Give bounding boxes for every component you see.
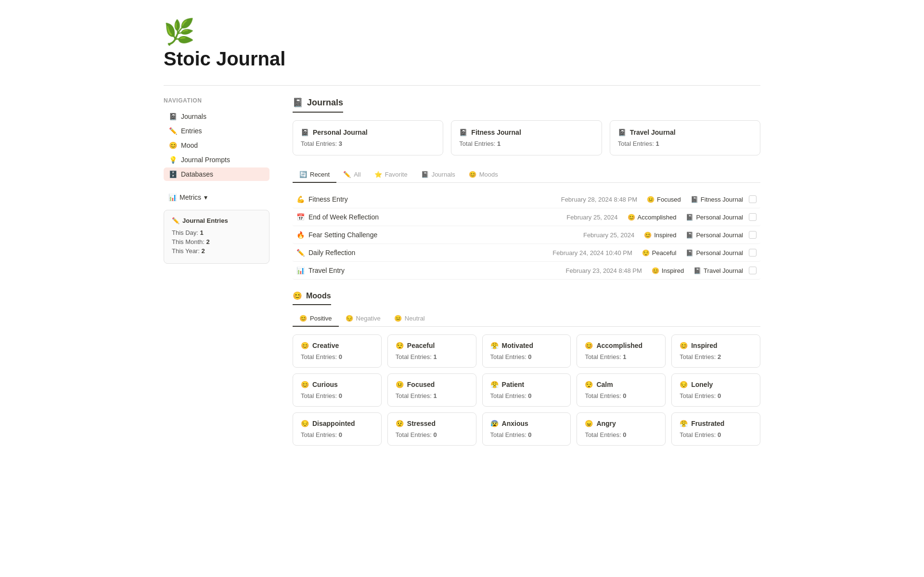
metrics-card-icon: ✏️: [172, 217, 180, 224]
entries-tab-label-recent: Recent: [310, 171, 330, 178]
entry-date-3: February 24, 2024 10:40 PM: [552, 249, 632, 256]
mood-card-6[interactable]: 😐 Focused Total Entries: 1: [387, 373, 476, 407]
mood-card-11[interactable]: 😟 Stressed Total Entries: 0: [387, 412, 476, 446]
journal-card-icon-0: 📓: [301, 128, 309, 136]
journal-card-meta-0: Total Entries: 3: [301, 140, 435, 147]
sidebar-item-mood[interactable]: 😊 Mood: [164, 139, 270, 152]
metrics-label: Metrics: [180, 193, 201, 201]
entry-row-1[interactable]: 📅 End of Week Reflection February 25, 20…: [293, 208, 760, 226]
entry-date-0: February 28, 2024 8:48 PM: [561, 196, 637, 203]
entry-icon-0: 💪: [296, 195, 305, 203]
entry-checkbox-3[interactable]: [749, 249, 757, 256]
mood-card-13[interactable]: 😠 Angry Total Entries: 0: [577, 412, 666, 446]
moods-tab-label-positive: Positive: [310, 315, 332, 322]
entry-date-2: February 25, 2024: [583, 231, 634, 239]
sidebar-item-journal-prompts[interactable]: 💡 Journal Prompts: [164, 153, 270, 167]
metrics-section: 📊 Metrics ▾ ✏️ Journal Entries This Day:…: [164, 191, 270, 264]
entry-checkbox-2[interactable]: [749, 231, 757, 239]
entry-journal-1: 📓 Personal Journal: [686, 214, 743, 221]
moods-tab-icon-positive: 😊: [299, 315, 307, 322]
mood-card-title-11: 😟 Stressed: [396, 420, 468, 427]
mood-card-icon-10: 😔: [301, 420, 309, 427]
entry-checkbox-4[interactable]: [749, 267, 757, 274]
sidebar-item-entries[interactable]: ✏️ Entries: [164, 124, 270, 138]
entry-name-3: Daily Reflection: [308, 249, 355, 256]
nav-icon-databases: 🗄️: [168, 170, 177, 178]
entries-tab-label-favorite: Favorite: [385, 171, 408, 178]
entry-row-0[interactable]: 💪 Fitness Entry February 28, 2024 8:48 P…: [293, 191, 760, 208]
mood-card-title-12: 😰 Anxious: [490, 420, 563, 427]
moods-grid: 😊 Creative Total Entries: 0 😌 Peaceful T…: [293, 334, 760, 446]
page-header: 🌿 Stoic Journal: [164, 19, 760, 70]
mood-card-icon-4: 😊: [680, 342, 688, 349]
mood-card-4[interactable]: 😊 Inspired Total Entries: 2: [671, 334, 760, 368]
mood-card-12[interactable]: 😰 Anxious Total Entries: 0: [482, 412, 571, 446]
entries-tab-moods[interactable]: 😊 Moods: [462, 167, 505, 183]
entries-tab-favorite[interactable]: ⭐ Favorite: [368, 167, 414, 183]
entry-journal-icon-0: 📓: [691, 196, 698, 203]
moods-tab-icon-neutral: 😐: [394, 315, 402, 322]
entry-icon-3: ✏️: [296, 249, 305, 256]
entries-tab-icon-favorite: ⭐: [374, 171, 382, 178]
mood-card-8[interactable]: 😌 Calm Total Entries: 0: [577, 373, 666, 407]
moods-tab-neutral[interactable]: 😐 Neutral: [387, 311, 432, 327]
journal-card-1[interactable]: 📓 Fitness Journal Total Entries: 1: [451, 120, 602, 155]
moods-tab-positive[interactable]: 😊 Positive: [293, 311, 339, 327]
mood-card-icon-5: 😊: [301, 381, 309, 388]
entry-journal-0: 📓 Fitness Journal: [691, 196, 743, 203]
metrics-icon: 📊: [168, 193, 177, 201]
mood-card-meta-4: Total Entries: 2: [680, 353, 752, 360]
mood-card-2[interactable]: 😤 Motivated Total Entries: 0: [482, 334, 571, 368]
entry-checkbox-0[interactable]: [749, 195, 757, 203]
mood-card-title-7: 😤 Patient: [490, 381, 563, 388]
mood-card-name-14: Frustrated: [691, 420, 724, 427]
entry-row-4[interactable]: 📊 Travel Entry February 23, 2024 8:48 PM…: [293, 262, 760, 280]
mood-card-meta-12: Total Entries: 0: [490, 431, 563, 438]
nav-items: 📓 Journals ✏️ Entries 😊 Mood 💡 Journal P…: [164, 110, 270, 181]
entry-checkbox-1[interactable]: [749, 213, 757, 221]
mood-card-3[interactable]: 😊 Accomplished Total Entries: 1: [577, 334, 666, 368]
mood-card-title-13: 😠 Angry: [585, 420, 657, 427]
journal-card-icon-1: 📓: [459, 128, 467, 136]
mood-card-title-9: 😔 Lonely: [680, 381, 752, 388]
metrics-header[interactable]: 📊 Metrics ▾: [164, 191, 270, 204]
entries-tab-icon-moods: 😊: [469, 171, 476, 178]
mood-card-10[interactable]: 😔 Disappointed Total Entries: 0: [293, 412, 382, 446]
entries-tab-journals[interactable]: 📓 Journals: [414, 167, 462, 183]
mood-card-meta-10: Total Entries: 0: [301, 431, 373, 438]
sidebar-item-databases[interactable]: 🗄️ Databases: [164, 167, 270, 181]
mood-card-14[interactable]: 😤 Frustrated Total Entries: 0: [671, 412, 760, 446]
entry-row-3[interactable]: ✏️ Daily Reflection February 24, 2024 10…: [293, 244, 760, 262]
metrics-card-label: Journal Entries: [182, 217, 228, 224]
header-divider: [164, 85, 760, 86]
mood-card-9[interactable]: 😔 Lonely Total Entries: 0: [671, 373, 760, 407]
journal-card-0[interactable]: 📓 Personal Journal Total Entries: 3: [293, 120, 443, 155]
sidebar-item-journals[interactable]: 📓 Journals: [164, 110, 270, 123]
mood-card-7[interactable]: 😤 Patient Total Entries: 0: [482, 373, 571, 407]
mood-card-icon-6: 😐: [396, 381, 404, 388]
journals-header-icon: 📓: [293, 97, 303, 108]
entry-mood-icon-0: 😐: [647, 196, 654, 203]
mood-card-5[interactable]: 😊 Curious Total Entries: 0: [293, 373, 382, 407]
entries-tabs: 🔄 Recent ✏️ All ⭐ Favorite 📓 Journals 😊 …: [293, 167, 760, 183]
mood-card-meta-8: Total Entries: 0: [585, 392, 657, 399]
journals-header-label: Journals: [307, 98, 343, 108]
mood-card-1[interactable]: 😌 Peaceful Total Entries: 1: [387, 334, 476, 368]
nav-icon-entries: ✏️: [168, 127, 177, 135]
journal-card-2[interactable]: 📓 Travel Journal Total Entries: 1: [610, 120, 760, 155]
entries-tab-recent[interactable]: 🔄 Recent: [293, 167, 336, 183]
mood-card-0[interactable]: 😊 Creative Total Entries: 0: [293, 334, 382, 368]
entry-title-3: ✏️ Daily Reflection: [296, 249, 552, 256]
moods-tab-label-neutral: Neutral: [405, 315, 425, 322]
metrics-card: ✏️ Journal Entries This Day: 1This Month…: [164, 210, 270, 264]
moods-tab-negative[interactable]: 😔 Negative: [339, 311, 387, 327]
entry-row-2[interactable]: 🔥 Fear Setting Challenge February 25, 20…: [293, 226, 760, 244]
entry-mood-1: 😊 Accomplished: [628, 214, 677, 221]
entries-tab-all[interactable]: ✏️ All: [336, 167, 367, 183]
mood-card-title-4: 😊 Inspired: [680, 342, 752, 349]
metrics-card-title: ✏️ Journal Entries: [172, 217, 261, 224]
entries-tab-icon-journals: 📓: [421, 171, 429, 178]
entries-tab-label-all: All: [354, 171, 360, 178]
entry-journal-2: 📓 Personal Journal: [686, 231, 743, 239]
mood-card-name-10: Disappointed: [312, 420, 355, 427]
